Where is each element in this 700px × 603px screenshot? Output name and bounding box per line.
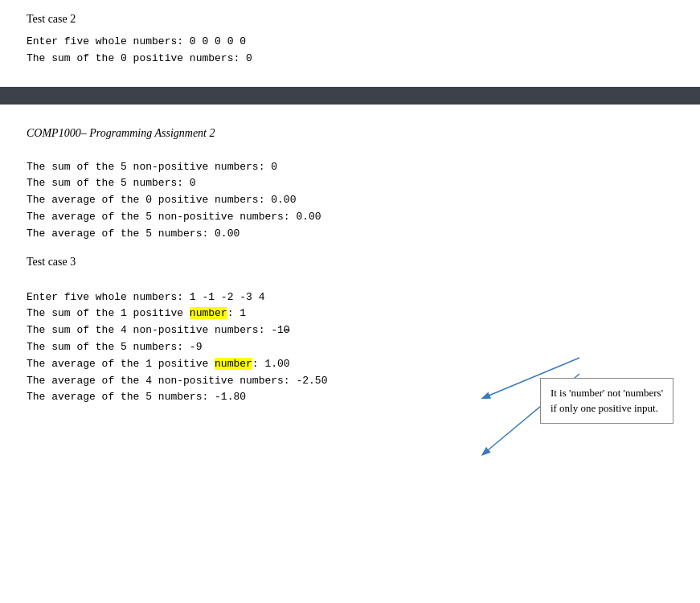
output-line-1: Enter five whole numbers: 0 0 0 0 0 <box>27 34 673 51</box>
highlight-number-1: number <box>190 307 227 319</box>
annotation-box: It is 'number' not 'numbers' if only one… <box>540 378 673 424</box>
annotation-line-1: It is 'number' not 'numbers' <box>551 387 663 399</box>
divider-bar <box>0 87 700 105</box>
summary-line-3: The average of the 0 positive numbers: 0… <box>27 192 673 209</box>
annotation-line-2: if only one positive input. <box>551 402 658 414</box>
test-case-2-heading: Test case 2 <box>27 13 673 26</box>
summary-line-4: The average of the 5 non-positive number… <box>27 209 673 226</box>
output-line-2: The sum of the 0 positive numbers: 0 <box>27 51 673 68</box>
summary-line-2: The sum of the 5 numbers: 0 <box>27 175 673 192</box>
test-case-2-output: Enter five whole numbers: 0 0 0 0 0 The … <box>27 34 673 68</box>
strikethrough-zero: 0 <box>284 324 290 336</box>
bottom-section: COMP1000– Programming Assignment 2 The s… <box>0 105 700 423</box>
highlight-number-2: number <box>215 358 252 370</box>
summary-line-1: The sum of the 5 non-positive numbers: 0 <box>27 159 673 176</box>
test-case-3-heading: Test case 3 <box>27 256 673 269</box>
tc3-line-5: The average of the 1 positive number: 1.… <box>27 356 673 373</box>
summary-output: The sum of the 5 non-positive numbers: 0… <box>27 159 673 243</box>
tc3-line-2: The sum of the 1 positive number: 1 <box>27 306 673 322</box>
summary-line-5: The average of the 5 numbers: 0.00 <box>27 226 673 243</box>
top-section: Test case 2 Enter five whole numbers: 0 … <box>0 0 700 87</box>
tc3-line-4: The sum of the 5 numbers: -9 <box>27 339 673 356</box>
tc3-line-1: Enter five whole numbers: 1 -1 -2 -3 4 <box>27 289 673 306</box>
course-title: COMP1000– Programming Assignment 2 <box>27 127 673 140</box>
tc3-line-3: The sum of the 4 non-positive numbers: -… <box>27 322 673 339</box>
